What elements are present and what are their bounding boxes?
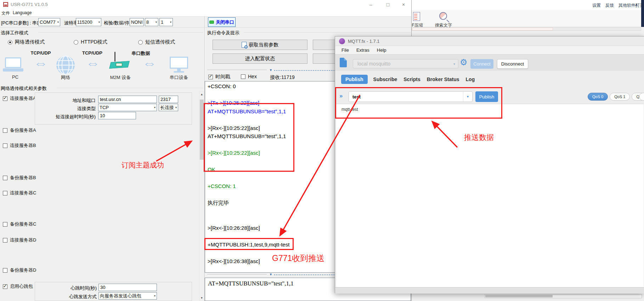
- timestamp-checkbox[interactable]: [208, 75, 213, 79]
- server-checkbox-label: 启用心跳包: [10, 283, 33, 290]
- bottom-scrollbar-thumb[interactable]: [485, 295, 553, 297]
- keepalive-select[interactable]: 长连接: [159, 104, 178, 111]
- server-checkbox[interactable]: 连接服务器A: [3, 95, 36, 102]
- heartbeat-mode-select[interactable]: 向服务器发送心跳包: [98, 292, 157, 300]
- mqttfx-window: MQTT.fx - 1.7.1 FileExtrasHelp local mos…: [335, 36, 644, 293]
- check-icon: [3, 95, 7, 101]
- server-checkbox[interactable]: 备份服务器A: [3, 127, 36, 134]
- mqttfx-window-title: MQTT.fx - 1.7.1: [348, 39, 380, 44]
- dropdown-icon[interactable]: [463, 92, 472, 102]
- recv-counter: 接收:11719: [270, 74, 295, 81]
- background-bottom-scrollbar[interactable]: [485, 294, 642, 298]
- qos-pill[interactable]: QoS 1: [610, 93, 630, 101]
- chevron-up-icon[interactable]: ∧: [635, 2, 638, 7]
- server-checkbox-list: 连接服务器A 备份服务器A 连接服务器B 备份服务器B: [0, 0, 50, 301]
- qos-pill[interactable]: QoS 0: [588, 93, 608, 101]
- topic-combobox[interactable]: test: [349, 91, 473, 102]
- pdf-compress-icon[interactable]: [413, 12, 420, 21]
- payload-area[interactable]: mqtt-test: [336, 104, 644, 287]
- heartbeat-time-input[interactable]: [98, 284, 157, 291]
- usr-toolbar: [0, 16, 411, 28]
- server-checkbox[interactable]: 备份服务器C: [3, 221, 36, 227]
- dropdown-icon: [98, 21, 100, 24]
- stopbits-select[interactable]: 1: [159, 18, 173, 26]
- address-label: 地址和端口: [37, 97, 96, 104]
- server-checkbox[interactable]: 启用心跳包: [3, 283, 33, 290]
- baud-select[interactable]: 115200: [76, 18, 101, 26]
- server-checkbox[interactable]: 连接服务器D: [3, 237, 36, 243]
- mqttfx-menu-item[interactable]: File: [341, 47, 349, 53]
- hex-checkbox[interactable]: [241, 74, 245, 79]
- databits-select[interactable]: 8: [145, 18, 158, 26]
- server-checkbox[interactable]: 连接服务器C: [3, 190, 36, 196]
- mqttfx-tab[interactable]: Subscribe: [373, 75, 398, 84]
- scroll-up-icon[interactable]: [199, 92, 204, 97]
- maximize-button[interactable]: □: [383, 1, 393, 8]
- dropdown-icon: [143, 21, 144, 24]
- minimize-button[interactable]: –: [366, 1, 376, 8]
- usr-titlebar: USR-G771 V1.0.5 – □ ×: [0, 0, 411, 9]
- mqttfx-tab[interactable]: Broker Status: [426, 75, 460, 84]
- radio-icon: [138, 40, 143, 45]
- address-input[interactable]: [98, 96, 157, 103]
- gear-icon[interactable]: ⚙: [460, 57, 468, 67]
- enter-config-button[interactable]: 进入配置状态: [213, 53, 307, 64]
- mode-radio-label: HTTPD模式: [81, 39, 107, 45]
- params-scrollbar[interactable]: [199, 91, 204, 301]
- mqttfx-connection-bar: local mosquitto ⚙ Connect Disconnect: [335, 54, 644, 71]
- dropdown-icon: [153, 294, 156, 297]
- m2m-device-icon: [108, 52, 135, 74]
- server-checkbox-label: 备份服务器D: [10, 267, 36, 273]
- background-hscrollbar[interactable]: [412, 27, 641, 31]
- mqttfx-tab[interactable]: Scripts: [403, 75, 421, 84]
- checkbox-icon: [3, 128, 7, 133]
- serial-open-indicator-icon: [209, 21, 214, 24]
- server-checkbox-label: 连接服务器A: [10, 95, 36, 102]
- mode-radio[interactable]: 短信透传模式: [138, 39, 175, 45]
- mqttfx-tab[interactable]: Log: [465, 75, 476, 84]
- checkbox-icon: [3, 191, 7, 195]
- profile-select[interactable]: local mosquitto: [353, 59, 458, 68]
- checkbox-icon: [3, 143, 7, 148]
- background-link[interactable]: 其他软件打开: [618, 2, 644, 8]
- publish-button[interactable]: Publish: [475, 91, 498, 102]
- get-params-button[interactable]: 获取当前参数: [213, 40, 307, 50]
- server-checkbox[interactable]: 备份服务器B: [3, 175, 36, 181]
- hscrollbar-thumb[interactable]: [412, 28, 553, 30]
- timestamp-option[interactable]: 时间戳: [208, 74, 230, 80]
- disconnect-button[interactable]: Disconnect: [497, 59, 528, 69]
- splitter-handle-icon[interactable]: [269, 273, 272, 276]
- conn-type-select[interactable]: TCP: [98, 104, 157, 111]
- new-profile-icon[interactable]: [340, 58, 347, 67]
- close-button[interactable]: ×: [398, 1, 409, 8]
- port-input[interactable]: [159, 96, 178, 103]
- server-checkbox[interactable]: 连接服务器B: [3, 142, 36, 149]
- mqttfx-footer: [335, 287, 644, 294]
- background-link[interactable]: 设置: [592, 2, 601, 8]
- mode-radio[interactable]: HTTPD模式: [74, 39, 107, 45]
- usr-menubar: 文件 Language: [0, 9, 411, 16]
- connect-button[interactable]: Connect: [470, 59, 493, 69]
- background-link[interactable]: 反馈: [605, 2, 614, 8]
- mqttfx-menu-item[interactable]: Help: [377, 47, 386, 53]
- short-timeout-input[interactable]: [98, 112, 136, 119]
- payload-text: mqtt-test: [341, 107, 358, 112]
- close-serial-button[interactable]: 关闭串口: [208, 17, 236, 27]
- server-checkbox-label: 备份服务器B: [10, 175, 36, 181]
- qos-group: QoS 0QoS 1QoS 2: [588, 93, 644, 101]
- serial-device-icon: [170, 57, 188, 73]
- radio-icon: [74, 40, 78, 45]
- hex-option[interactable]: Hex: [241, 74, 257, 79]
- diagram-link2-label: TCP/UDP: [77, 50, 107, 56]
- parity-select[interactable]: NONI: [130, 18, 144, 26]
- splitter-handle-icon[interactable]: [269, 68, 272, 72]
- section-line: [57, 88, 203, 88]
- mqttfx-tab[interactable]: Publish: [341, 75, 368, 84]
- server-checkbox[interactable]: 备份服务器D: [3, 267, 36, 273]
- search-text-icon[interactable]: [439, 12, 447, 20]
- scroll-down-icon[interactable]: [199, 295, 204, 301]
- scrollbar-thumb[interactable]: [200, 100, 204, 160]
- heartbeat-mode-label: 心跳发送方式: [37, 294, 97, 300]
- dropdown-icon: [155, 21, 157, 24]
- mqttfx-menu-item[interactable]: Extras: [356, 47, 369, 53]
